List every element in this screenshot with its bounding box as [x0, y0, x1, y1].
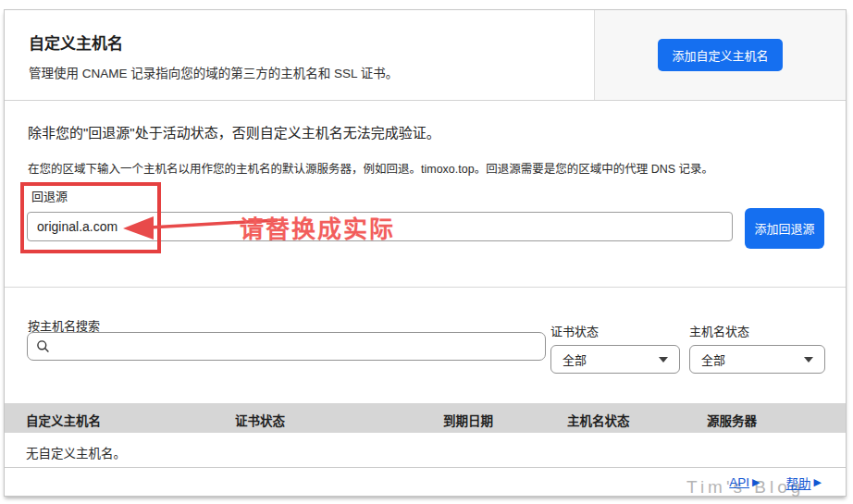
fallback-origin-label: 回退源 — [31, 187, 68, 204]
hostname-status-select[interactable]: 全部 — [689, 345, 825, 374]
table-empty-row: 无自定义主机名。 — [5, 433, 846, 468]
add-custom-hostname-button[interactable]: 添加自定义主机名 — [658, 39, 782, 71]
column-header-cert-status: 证书状态 — [235, 411, 285, 429]
column-header-origin-server: 源服务器 — [707, 411, 757, 429]
hostname-status-value: 全部 — [701, 350, 725, 368]
card-footer: API ▶ 帮助 ▶ — [5, 468, 846, 497]
table-header-row: 自定义主机名 证书状态 到期日期 主机名状态 源服务器 — [5, 403, 846, 433]
page-description: 管理使用 CNAME 记录指向您的域的第三方的主机名和 SSL 证书。 — [29, 63, 547, 81]
column-header-custom-hostname: 自定义主机名 — [26, 411, 101, 429]
search-icon — [36, 339, 50, 353]
fallback-hint-text: 在您的区域下输入一个主机名以用作您的主机名的默认源服务器，例如回退。timoxo… — [28, 159, 713, 177]
chevron-down-icon — [804, 357, 813, 363]
page-title: 自定义主机名 — [29, 31, 547, 54]
column-header-expiry-date: 到期日期 — [443, 411, 493, 429]
add-fallback-origin-button[interactable]: 添加回退源 — [745, 208, 824, 249]
section-divider — [5, 287, 846, 288]
empty-state-text: 无自定义主机名。 — [26, 443, 126, 461]
fallback-warning-text: 除非您的"回退源"处于活动状态，否则自定义主机名无法完成验证。 — [28, 122, 440, 141]
chevron-down-icon — [659, 357, 668, 363]
column-header-hostname-status: 主机名状态 — [567, 411, 630, 429]
header-action-panel: 添加自定义主机名 — [594, 10, 846, 100]
arrow-right-icon: ▶ — [814, 476, 822, 488]
api-link[interactable]: API ▶ — [729, 475, 760, 489]
custom-hostnames-card: 自定义主机名 管理使用 CNAME 记录指向您的域的第三方的主机名和 SSL 证… — [4, 9, 847, 497]
hostname-status-label: 主机名状态 — [689, 322, 749, 339]
hostname-search-input[interactable] — [56, 339, 537, 353]
hostname-search-field[interactable] — [27, 332, 546, 361]
cert-status-select[interactable]: 全部 — [550, 345, 680, 374]
help-link[interactable]: 帮助 ▶ — [786, 473, 822, 492]
card-header: 自定义主机名 管理使用 CNAME 记录指向您的域的第三方的主机名和 SSL 证… — [5, 10, 846, 101]
fallback-origin-input[interactable] — [27, 212, 733, 241]
page: 自定义主机名 管理使用 CNAME 记录指向您的域的第三方的主机名和 SSL 证… — [0, 0, 853, 504]
header-text: 自定义主机名 管理使用 CNAME 记录指向您的域的第三方的主机名和 SSL 证… — [29, 31, 547, 81]
cert-status-label: 证书状态 — [550, 322, 599, 339]
arrow-right-icon: ▶ — [752, 476, 760, 488]
cert-status-value: 全部 — [562, 350, 587, 368]
